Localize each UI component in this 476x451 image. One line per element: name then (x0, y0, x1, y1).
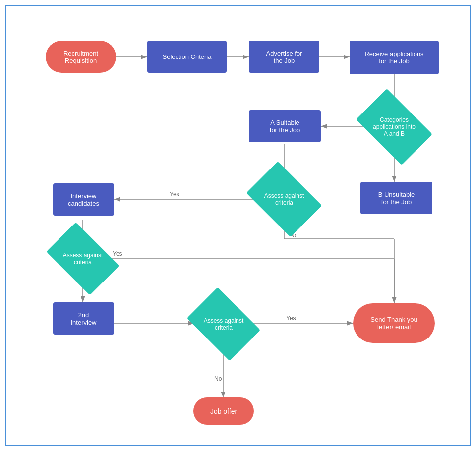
yes3-label: Yes (286, 315, 296, 322)
assess1-shape: Assess against criteria (253, 177, 315, 222)
send-thank-shape: Send Thank you letter/ email (353, 303, 435, 343)
flowchart-canvas: Yes No Yes Yes No Recruitment Requisitio… (5, 5, 471, 446)
assess3-shape: Assess against criteria (193, 302, 254, 346)
job-offer-shape: Job offer (193, 397, 254, 425)
job-offer-label: Job offer (210, 407, 237, 415)
recruitment-req-shape: Recruitment Requisition (46, 41, 116, 73)
recruitment-req-label: Recruitment Requisition (63, 50, 98, 64)
selection-criteria-label: Selection Criteria (163, 53, 212, 60)
selection-criteria-shape: Selection Criteria (147, 41, 227, 73)
interview1-shape: Interview candidates (53, 183, 114, 216)
advertise-shape: Advertise for the Job (249, 41, 319, 73)
advertise-label: Advertise for the Job (266, 50, 302, 64)
categories-shape: Categories applications into A and B (362, 105, 426, 149)
no2-label: No (214, 375, 222, 382)
suitable-shape: A Suitable for the Job (249, 110, 321, 142)
yes2-label: Yes (113, 250, 122, 257)
suitable-label: A Suitable for the Job (270, 119, 300, 134)
unsuitable-shape: B Unsuitable for the Job (360, 182, 432, 214)
assess2-shape: Assess against criteria (52, 238, 114, 280)
interview2-label: 2nd Interview (70, 311, 96, 326)
yes1-label: Yes (170, 191, 179, 198)
unsuitable-label: B Unsuitable for the Job (378, 191, 415, 206)
interview1-label: Interview candidates (68, 192, 99, 207)
receive-apps-shape: Receive applications for the Job (350, 41, 439, 74)
interview2-shape: 2nd Interview (53, 302, 114, 335)
receive-apps-label: Receive applications for the Job (364, 50, 423, 65)
send-thank-label: Send Thank you letter/ email (370, 316, 417, 331)
